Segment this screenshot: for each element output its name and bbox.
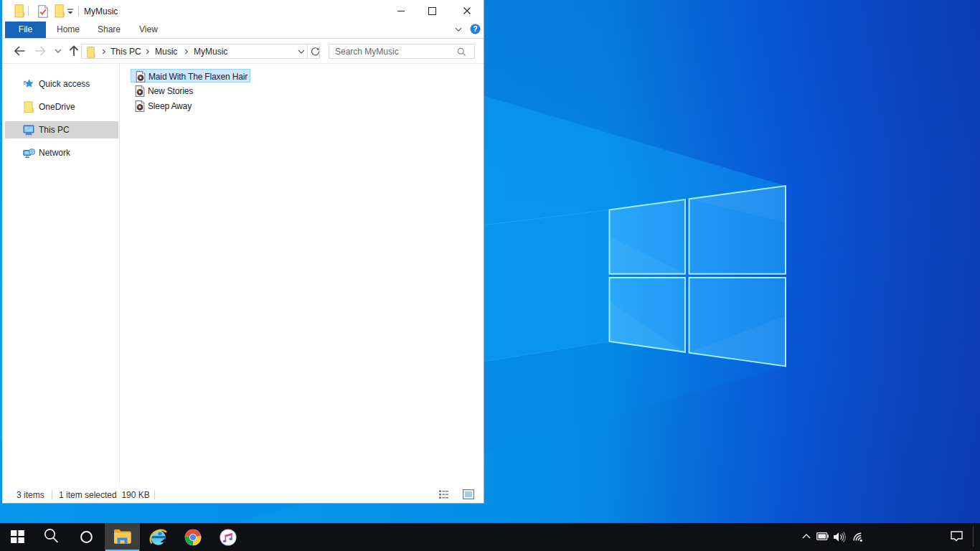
svg-text:?: ? xyxy=(473,24,477,33)
